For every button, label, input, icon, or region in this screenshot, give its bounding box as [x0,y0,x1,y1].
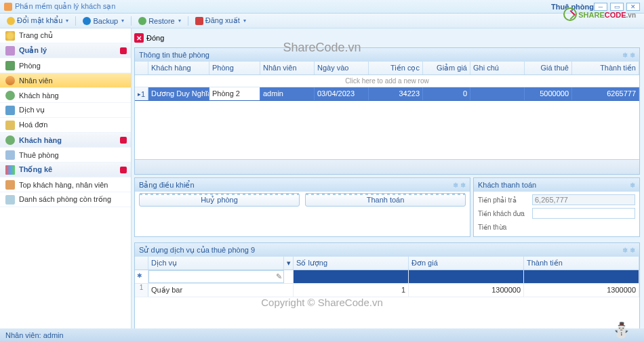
sidebar-item-label: Trang chủ [19,31,53,40]
statusbar: Nhân viên: admin ⛄ [0,328,644,342]
active-tab-title: Thuê phòng [551,3,594,11]
app-title: Phần mềm quản lý khách sạn [15,2,531,11]
payment-given-input[interactable] [532,208,635,219]
sidebar-item-label: Khách hàng [19,136,62,144]
invoice-icon [5,121,15,130]
rent-icon [5,150,15,160]
rental-grid-row[interactable]: ▸1 Dương Duy Nghĩa Phòng 2 admin 03/04/2… [135,87,639,101]
content-area: ✕ Đóng Thông tin thuê phòng ❄ ❄ Khách hà… [132,28,644,328]
control-panel: Bảng điều khiển❄ ❄ Huỷ phòng Thanh toán [134,177,470,237]
minimize-button[interactable]: ─ [594,3,607,11]
backup-menu[interactable]: Backup▾ [80,16,127,26]
sidebar-item-5[interactable]: Dịch vụ [0,103,131,118]
top-icon [5,180,15,190]
staff-status-label: Nhân viên: admin [5,331,64,339]
close-tab-button[interactable]: ✕ Đóng [134,31,640,45]
collapse-badge[interactable] [120,167,127,173]
maximize-button[interactable]: ▭ [610,3,624,11]
sidebar-item-8[interactable]: Thuê phòng [0,148,131,163]
payment-panel: Khách thanh toán❄ Tiền phải trả Tiền khá… [473,177,640,237]
sidebar-item-6[interactable]: Hoá đơn [0,118,131,133]
sidebar-item-9[interactable]: Thống kê [0,163,131,177]
sidebar-item-label: Nhân viên [19,77,53,85]
sidebar-item-label: Thuê phòng [19,151,59,159]
service-grid-header: Dịch vụ ▾ Số lượng Đơn giá Thành tiền [135,257,639,270]
sidebar-item-label: Hoá đơn [19,121,47,129]
sidebar-item-3[interactable]: Nhân viên [0,73,131,88]
key-icon [7,17,15,25]
cust-icon [5,135,15,145]
sidebar-item-label: Phòng [19,62,41,70]
payment-change-label: Tiền thừa [478,223,532,231]
sidebar-item-1[interactable]: Quản lý [0,43,131,58]
manage-icon [5,46,15,56]
room-icon [5,61,15,70]
menubar: Đổi mật khẩu▾ Backup▾ Restore▾ Đăng xuất… [0,14,644,28]
rental-info-header: Thông tin thuê phòng ❄ ❄ [135,48,639,62]
payment-due-field [532,194,635,205]
sidebar-item-11[interactable]: Danh sách phòng còn trống [0,192,131,207]
snowflake-icon: ❄ ❄ [622,51,635,59]
service-grid-row[interactable]: 1 Quầy bar 1 1300000 1300000 [135,284,639,297]
list-icon [5,195,15,205]
cust-icon [5,91,15,100]
payment-given-label: Tiền khách đưa [478,210,532,217]
logout-icon [195,17,203,25]
staff-icon [5,76,15,85]
sidebar-item-label: Dịch vụ [19,106,45,114]
sidebar-item-0[interactable]: Trang chủ [0,28,131,43]
app-icon [4,3,12,11]
rental-grid-header: Khách hàng Phòng Nhân viên Ngày vào Tiền… [135,62,639,75]
sidebar: Trang chủQuản lýPhòngNhân viênKhách hàng… [0,28,132,328]
snowman-icon: ⛄ [612,322,630,339]
pay-button[interactable]: Thanh toán [305,193,466,207]
cancel-room-button[interactable]: Huỷ phòng [139,193,300,207]
sidebar-item-label: Danh sách phòng còn trống [19,195,111,204]
logout-menu[interactable]: Đăng xuất▾ [193,15,249,26]
home-icon [5,31,15,41]
service-icon [5,106,15,115]
collapse-badge[interactable] [120,47,127,54]
sidebar-item-4[interactable]: Khách hàng [0,88,131,103]
rental-grid-footer [135,159,639,174]
rental-info-panel: Thông tin thuê phòng ❄ ❄ Khách hàng Phòn… [134,47,640,175]
change-password-menu[interactable]: Đổi mật khẩu▾ [4,15,71,26]
stats-icon [5,165,15,175]
sidebar-item-label: Quản lý [19,46,47,55]
service-panel: Sử dụng dịch vụ của thuê phòng 9❄ ❄ Dịch… [134,242,640,328]
backup-icon [83,17,91,25]
collapse-badge[interactable] [120,137,127,144]
sidebar-item-7[interactable]: Khách hàng [0,133,131,148]
payment-due-label: Tiền phải trả [478,196,532,204]
service-grid-newrow[interactable]: ✱ ✎ [135,270,639,284]
sidebar-item-2[interactable]: Phòng [0,58,131,73]
close-icon: ✕ [134,33,144,43]
restore-icon [138,17,146,25]
close-window-button[interactable]: ✕ [626,3,640,11]
sidebar-item-10[interactable]: Top khách hàng, nhân viên [0,177,131,192]
titlebar: Phần mềm quản lý khách sạn Thuê phòng ─ … [0,0,644,14]
pencil-icon: ✎ [276,272,282,281]
rental-grid-newrow[interactable]: Click here to add a new row [135,75,639,87]
restore-menu[interactable]: Restore▾ [136,16,184,26]
sidebar-item-label: Khách hàng [19,91,59,100]
sidebar-item-label: Thống kê [19,165,52,174]
sidebar-item-label: Top khách hàng, nhân viên [19,181,108,189]
